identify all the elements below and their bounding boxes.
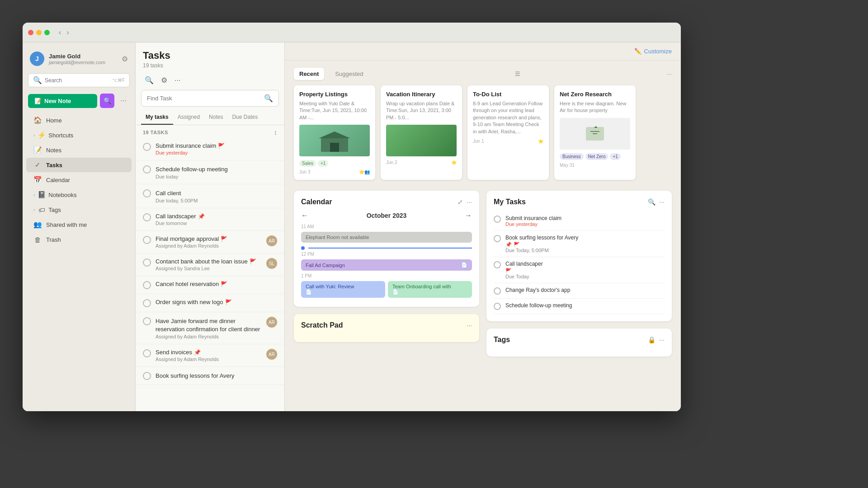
tasks-more-button[interactable]: ··· xyxy=(659,198,665,206)
pin-icon: 📌 xyxy=(198,213,205,220)
note-card-property-listings[interactable]: Property Listings Meeting with Yuki Date… xyxy=(294,85,375,180)
sort-button[interactable]: ↕ xyxy=(274,129,277,136)
task-item[interactable]: Call landscaper 📌 Due tomorrow xyxy=(136,208,284,231)
task-item[interactable]: Final mortgage approval 🚩 Assigned by Ad… xyxy=(136,231,284,253)
task-item[interactable]: Call client Due today, 5:00PM xyxy=(136,184,284,208)
task-item[interactable]: Send invoices 📌 Assigned by Adam Reynold… xyxy=(136,344,284,367)
calendar-event[interactable]: Fall Ad Campaign 📄 xyxy=(301,259,472,271)
calendar-event[interactable]: Team Onboarding call with 📄 xyxy=(388,281,472,298)
tasks-filter-button[interactable]: ⚙ xyxy=(159,74,169,86)
my-task-item[interactable]: Call landscaper 🚩 Due Today xyxy=(494,257,665,283)
tags-more-button[interactable]: ··· xyxy=(659,336,665,343)
back-button[interactable]: ‹ xyxy=(57,28,63,38)
tags-lock-button[interactable]: 🔒 xyxy=(648,336,656,343)
sidebar-item-shortcuts[interactable]: › ⚡ Shortcuts xyxy=(26,128,132,142)
my-task-checkbox[interactable] xyxy=(494,235,501,242)
my-task-item[interactable]: Book surfing lessons for Avery 📌 🚩 Due T… xyxy=(494,231,665,257)
note-thumbnail xyxy=(386,125,457,156)
sidebar-item-shared[interactable]: 👥 Shared with me xyxy=(26,217,132,232)
calendar-widget-title: Calendar xyxy=(301,198,332,206)
task-checkbox[interactable] xyxy=(143,189,151,197)
note-card-todo-list[interactable]: To-Do List 8-9 am Lead Generation Follow… xyxy=(467,85,549,180)
search-bar[interactable]: 🔍 ⌥⌘F xyxy=(28,73,130,87)
task-checkbox[interactable] xyxy=(143,165,151,174)
tab-my-tasks[interactable]: My tasks xyxy=(141,110,173,125)
task-checkbox[interactable] xyxy=(143,372,151,380)
search-notes-button[interactable]: 🔍 xyxy=(100,94,114,108)
sidebar-item-label: Trash xyxy=(46,236,61,243)
search-input[interactable] xyxy=(45,77,109,84)
my-task-checkbox[interactable] xyxy=(494,303,501,310)
task-item[interactable]: Schedule follow-up meeting Due today xyxy=(136,160,284,184)
calendar-icon: 📅 xyxy=(33,176,42,184)
search-icon: 🔍 xyxy=(33,76,42,84)
task-item[interactable]: Contanct bank about the loan issue 🚩 Ass… xyxy=(136,253,284,276)
customize-button[interactable]: ✏️ Customize xyxy=(634,48,672,55)
tasks-refresh-button[interactable]: 🔍 xyxy=(648,198,656,206)
tab-due-dates[interactable]: Due Dates xyxy=(227,110,262,125)
tasks-more-button[interactable]: ··· xyxy=(173,75,182,86)
task-item[interactable]: Submit insurance claim 🚩 Due yesterday xyxy=(136,138,284,160)
task-checkbox[interactable] xyxy=(143,317,151,325)
sidebar-item-trash[interactable]: 🗑 Trash xyxy=(26,232,132,247)
task-search[interactable]: 🔍 xyxy=(141,90,279,107)
pin-icon: 📌 xyxy=(194,349,201,356)
calendar-prev-button[interactable]: ← xyxy=(301,211,308,220)
calendar-event[interactable]: Elephant Room not available xyxy=(301,232,472,243)
task-checkbox[interactable] xyxy=(143,281,151,289)
star-icon: ⭐ xyxy=(538,139,543,144)
task-checkbox[interactable] xyxy=(143,349,151,357)
calendar-event[interactable]: Call with Yuki: Review 📄 xyxy=(301,281,385,298)
close-button[interactable] xyxy=(28,30,33,35)
my-task-item[interactable]: Submit insurance claim Due yesterday xyxy=(494,211,665,231)
my-task-item[interactable]: Schedule follow-up meeting xyxy=(494,299,665,314)
task-checkbox[interactable] xyxy=(143,143,151,151)
sidebar-item-tasks[interactable]: ✓ Tasks xyxy=(26,158,132,172)
task-search-input[interactable] xyxy=(147,95,260,102)
minimize-button[interactable] xyxy=(36,30,42,35)
task-checkbox[interactable] xyxy=(143,258,151,267)
scratch-pad-more-button[interactable]: ··· xyxy=(467,322,472,329)
task-checkbox[interactable] xyxy=(143,299,151,307)
task-list: Submit insurance claim 🚩 Due yesterday S… xyxy=(136,138,284,411)
view-toggle-button[interactable]: ☰ xyxy=(515,70,520,77)
sidebar-item-tags[interactable]: › 🏷 Tags xyxy=(26,202,132,217)
sidebar-item-notebooks[interactable]: › 📓 Notebooks xyxy=(26,188,132,202)
task-item[interactable]: Cancel hotel reservation 🚩 xyxy=(136,276,284,294)
tasks-search-button[interactable]: 🔍 xyxy=(143,74,156,86)
new-note-button[interactable]: 📝 New Note xyxy=(28,94,97,108)
more-options-button[interactable]: ··· xyxy=(117,94,130,107)
calendar-expand-button[interactable]: ⤢ xyxy=(458,198,463,206)
task-content: Have Jamie forward me dinner reservation… xyxy=(156,317,262,339)
tab-notes[interactable]: Notes xyxy=(204,110,227,125)
tab-suggested[interactable]: Suggested xyxy=(330,68,368,80)
more-button[interactable]: ··· xyxy=(667,70,672,77)
my-task-checkbox[interactable] xyxy=(494,216,501,223)
calendar-next-button[interactable]: → xyxy=(465,211,472,220)
svg-rect-2 xyxy=(330,143,339,152)
task-checkbox[interactable] xyxy=(143,213,151,221)
task-item[interactable]: Book surfing lessons for Avery xyxy=(136,367,284,385)
sidebar-item-calendar[interactable]: 📅 Calendar xyxy=(26,173,132,187)
sidebar-item-notes[interactable]: 📝 Notes xyxy=(26,143,132,157)
note-preview: Here is the new diagram. New Air for hou… xyxy=(560,100,630,114)
task-item[interactable]: Have Jamie forward me dinner reservation… xyxy=(136,312,284,344)
task-avatar: AR xyxy=(266,235,277,246)
note-card-vacation-itinerary[interactable]: Vacation Itinerary Wrap up vacation plan… xyxy=(381,85,462,180)
sidebar-item-home[interactable]: 🏠 Home xyxy=(26,113,132,127)
pin-badge: 📌 xyxy=(505,242,512,248)
calendar-more-button[interactable]: ··· xyxy=(467,198,472,206)
maximize-button[interactable] xyxy=(44,30,50,35)
task-name: Submit insurance claim xyxy=(156,142,216,149)
my-task-checkbox[interactable] xyxy=(494,261,501,268)
tab-assigned[interactable]: Assigned xyxy=(173,110,204,125)
my-task-item[interactable]: Change Ray's doctor's app xyxy=(494,283,665,299)
my-task-checkbox[interactable] xyxy=(494,287,501,295)
task-item[interactable]: Order signs with new logo 🚩 xyxy=(136,294,284,312)
note-preview: 8-9 am Lead Generation Follow through on… xyxy=(473,100,543,135)
note-card-net-zero[interactable]: Net Zero Research Here is the new diagra… xyxy=(554,85,636,180)
tab-recent[interactable]: Recent xyxy=(294,68,324,80)
forward-button[interactable]: › xyxy=(65,28,71,38)
task-checkbox[interactable] xyxy=(143,236,151,244)
settings-button[interactable]: ⚙ xyxy=(122,55,128,63)
